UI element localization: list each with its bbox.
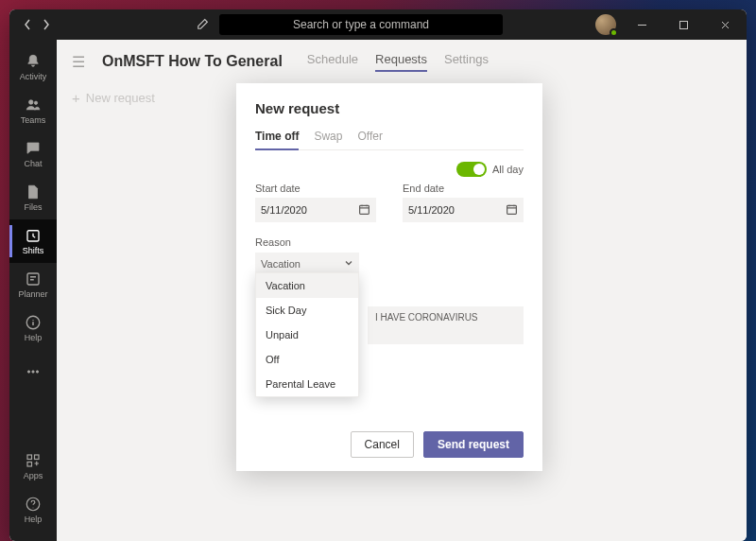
rail-label: Help [25,333,43,342]
files-icon [25,183,42,201]
dialog-buttons: Cancel Send request [351,431,524,458]
reason-field: Reason Vacation [255,236,359,275]
svg-rect-9 [27,455,32,460]
rail-item-more[interactable] [9,350,57,393]
reason-option-unpaid[interactable]: Unpaid [256,323,358,347]
start-date-value: 5/11/2020 [261,204,307,216]
chat-icon [25,140,42,157]
window-close-button[interactable] [709,11,741,38]
svg-point-8 [36,371,38,373]
rail-item-help-bottom[interactable]: Help [9,488,57,532]
reason-option-off[interactable]: Off [256,347,358,372]
rail-label: Planner [18,289,47,299]
dialog-title: New request [255,100,524,116]
shifts-icon [25,227,42,244]
team-title: OnMSFT How To General [102,53,283,70]
planner-icon [25,270,42,288]
help-icon [25,496,42,513]
main-content: ☰ OnMSFT How To General Schedule Request… [57,40,747,541]
rail-item-apps[interactable]: Apps [9,445,57,488]
start-date-input[interactable]: 5/11/2020 [255,198,376,222]
chevron-down-icon [344,258,353,270]
note-textarea[interactable]: I HAVE CORONAVIRUS [368,306,524,344]
all-day-label: All day [492,164,524,175]
titlebar-right [595,11,741,38]
svg-rect-14 [507,205,517,214]
search-input[interactable]: Search or type a command [219,14,503,35]
dialog-tab-timeoff[interactable]: Time off [255,130,299,150]
window-maximize-button[interactable] [667,11,699,38]
note-value: I HAVE CORONAVIRUS [375,312,478,323]
rail-item-activity[interactable]: Activity [9,45,57,89]
tab-requests[interactable]: Requests [375,52,427,72]
end-date-input[interactable]: 5/11/2020 [403,198,524,222]
app-window: Search or type a command Activity [9,9,747,541]
rail-item-teams[interactable]: Teams [9,89,57,132]
app-rail: Activity Teams Chat Files [9,40,57,541]
window-minimize-button[interactable] [626,11,658,38]
svg-point-7 [32,371,34,373]
nav-forward-button[interactable] [42,18,51,31]
info-icon [25,314,42,331]
nav-arrows [9,18,64,31]
end-date-field: End date 5/11/2020 [403,183,524,222]
svg-rect-4 [27,273,39,285]
svg-rect-13 [360,205,369,214]
hamburger-icon[interactable]: ☰ [72,53,85,71]
svg-point-1 [29,100,34,105]
reason-option-vacation[interactable]: Vacation [256,273,358,298]
dialog-tab-swap[interactable]: Swap [314,130,342,149]
rail-item-help[interactable]: Help [9,306,57,350]
bell-icon [25,53,42,70]
rail-label: Shifts [23,246,44,255]
rail-item-shifts[interactable]: Shifts [9,219,57,263]
plus-icon[interactable]: + [72,90,80,106]
svg-point-2 [34,101,37,104]
svg-point-6 [27,371,29,373]
cancel-button[interactable]: Cancel [351,431,414,458]
end-date-label: End date [403,183,524,194]
all-day-toggle[interactable] [456,162,487,177]
rail-item-files[interactable]: Files [9,176,57,219]
tab-schedule[interactable]: Schedule [307,52,358,72]
window-body: Activity Teams Chat Files [9,40,747,541]
dialog-tab-offer[interactable]: Offer [357,130,382,149]
rail-label: Files [24,202,42,212]
svg-rect-10 [35,455,40,460]
page-header: ☰ OnMSFT How To General Schedule Request… [57,40,747,83]
reason-option-parental-leave[interactable]: Parental Leave [256,372,358,396]
reason-option-sick-day[interactable]: Sick Day [256,298,358,323]
start-date-label: Start date [255,183,376,194]
user-avatar[interactable] [595,14,616,35]
reason-dropdown: Vacation Sick Day Unpaid Off Parental Le… [255,272,359,397]
date-fields: Start date 5/11/2020 End date 5/11/2020 [255,183,524,222]
end-date-value: 5/11/2020 [408,204,455,216]
reason-label: Reason [255,236,291,248]
calendar-icon [358,203,370,218]
teams-icon [25,96,42,113]
title-bar: Search or type a command [9,9,747,40]
rail-label: Chat [24,159,42,168]
presence-indicator [610,28,618,37]
rail-item-chat[interactable]: Chat [9,132,57,176]
rail-label: Teams [21,115,46,125]
tab-settings[interactable]: Settings [444,52,489,72]
all-day-row: All day [255,162,524,177]
compose-icon[interactable] [197,17,210,33]
svg-rect-11 [27,462,32,467]
send-request-button[interactable]: Send request [423,431,524,458]
rail-label: Apps [24,471,43,480]
calendar-icon [506,203,518,218]
new-request-dialog: New request Time off Swap Offer All day … [236,83,542,471]
rail-label: Help [25,515,43,524]
rail-item-planner[interactable]: Planner [9,263,57,306]
svg-rect-0 [679,21,687,28]
more-icon [25,363,42,380]
nav-back-button[interactable] [23,18,32,31]
rail-label: Activity [20,72,47,81]
dialog-tabs: Time off Swap Offer [255,130,524,150]
new-request-link[interactable]: New request [86,91,155,105]
apps-icon [25,452,42,469]
page-tabs: Schedule Requests Settings [307,52,489,72]
search-placeholder: Search or type a command [293,18,429,31]
